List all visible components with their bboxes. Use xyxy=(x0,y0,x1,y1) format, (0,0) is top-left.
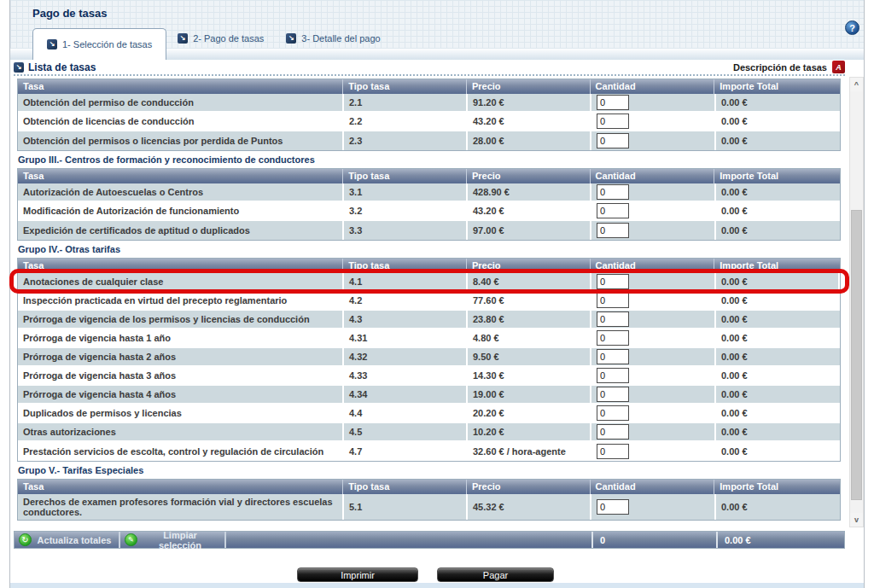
cantidad-cell xyxy=(591,329,716,346)
totals-bar: ↻ Actualiza totales ✎ Limpiar selección … xyxy=(14,531,845,549)
importe-total-cell: 0.00 € xyxy=(716,273,840,290)
column-header: Precio xyxy=(467,169,591,183)
cantidad-input[interactable] xyxy=(597,114,629,129)
page-title: Pago de tasas xyxy=(32,7,107,20)
column-header: Tipo tasa xyxy=(343,480,467,494)
fee-table: TasaTipo tasaPrecioCantidadImporte Total… xyxy=(17,79,841,151)
column-header: Importe Total xyxy=(714,480,840,494)
tipo-tasa-cell: 2.3 xyxy=(344,131,468,150)
importe-total-cell: 0.00 € xyxy=(716,494,840,520)
tasa-cell: Autorización de Autoescuelas o Centros xyxy=(18,183,344,201)
cantidad-input[interactable] xyxy=(597,444,629,459)
tasa-cell: Prórroga de vigencia de los permisos y l… xyxy=(18,311,344,328)
precio-cell: 14.30 € xyxy=(468,367,591,384)
cantidad-input[interactable] xyxy=(597,95,629,110)
tipo-tasa-cell: 4.4 xyxy=(344,405,468,422)
bottom-strip xyxy=(10,583,864,588)
cantidad-input[interactable] xyxy=(597,499,629,515)
fee-row: Expedición de certificados de aptitud o … xyxy=(18,221,840,240)
importe-total-cell: 0.00 € xyxy=(716,423,840,440)
cantidad-input[interactable] xyxy=(597,349,629,364)
cantidad-input[interactable] xyxy=(597,274,629,289)
cantidad-input[interactable] xyxy=(597,293,629,308)
precio-cell: 4.80 € xyxy=(468,329,591,346)
cantidad-total: 0 xyxy=(593,532,605,548)
column-header: Tasa xyxy=(18,79,343,94)
cantidad-input[interactable] xyxy=(597,387,629,402)
fee-row: Prórroga de vigencia de los permisos y l… xyxy=(18,311,840,329)
scroll-down-arrow-icon[interactable]: v xyxy=(850,513,863,527)
scrollbar-thumb[interactable] xyxy=(851,210,862,500)
pagar-button[interactable]: Pagar xyxy=(437,568,554,582)
column-header: Cantidad xyxy=(591,259,715,273)
fee-tables: TasaTipo tasaPrecioCantidadImporte Total… xyxy=(17,79,841,523)
cantidad-input[interactable] xyxy=(597,184,629,200)
importe-total-cell: 0.00 € xyxy=(716,442,840,461)
precio-cell: 43.20 € xyxy=(468,202,591,219)
cantidad-input[interactable] xyxy=(597,223,629,238)
precio-cell: 9.50 € xyxy=(468,348,591,365)
cantidad-input[interactable] xyxy=(597,405,629,421)
list-section-title: Lista de tasas xyxy=(28,61,96,73)
tasa-cell: Anotaciones de cualquier clase xyxy=(18,273,344,290)
cantidad-cell xyxy=(591,494,716,520)
refresh-icon: ↻ xyxy=(19,533,32,546)
cantidad-cell xyxy=(591,367,716,384)
tipo-tasa-cell: 4.33 xyxy=(344,367,468,384)
cantidad-cell xyxy=(591,273,716,290)
cantidad-input[interactable] xyxy=(597,203,629,218)
limpiar-seleccion-button[interactable]: ✎ Limpiar selección xyxy=(120,532,226,548)
precio-cell: 10.20 € xyxy=(468,423,591,440)
tipo-tasa-cell: 2.2 xyxy=(344,113,468,130)
precio-cell: 45.32 € xyxy=(468,494,591,520)
tipo-tasa-cell: 4.32 xyxy=(344,348,468,365)
tab-arrow-icon: ↘ xyxy=(47,39,57,49)
column-header: Tasa xyxy=(18,169,343,183)
tab-pago-de-tasas[interactable]: ↘ 2- Pago de tasas xyxy=(166,28,275,49)
tasa-cell: Obtención del permisos o licencias por p… xyxy=(18,131,344,150)
precio-cell: 28.00 € xyxy=(468,131,591,150)
tasa-cell: Inspección practicada en virtud del prec… xyxy=(18,292,344,309)
fee-row: Modificación de Autorización de funciona… xyxy=(18,202,840,221)
cantidad-input[interactable] xyxy=(597,133,629,148)
tasa-cell: Prórroga de vigencia hasta 3 años xyxy=(18,367,344,384)
importe-total-cell: 0.00 € xyxy=(716,405,840,422)
tab-detalle-del-pago[interactable]: ↘ 3- Detalle del pago xyxy=(275,28,391,49)
actualiza-totales-button[interactable]: ↻ Actualiza totales xyxy=(15,532,120,548)
precio-cell: 97.00 € xyxy=(468,221,591,240)
fee-table-header-row: TasaTipo tasaPrecioCantidadImporte Total xyxy=(18,79,840,94)
cantidad-input[interactable] xyxy=(597,424,629,440)
fee-row: Prórroga de vigencia hasta 4 años4.3419.… xyxy=(18,386,840,405)
cantidad-cell xyxy=(591,221,716,240)
list-section-header: ↘ Lista de tasas Descripción de tasas A xyxy=(14,61,845,76)
cantidad-cell xyxy=(591,386,716,403)
tab-seleccion-de-tasas[interactable]: ↘ 1- Selección de tasas xyxy=(32,28,166,60)
tab-bar: ↘ 1- Selección de tasas ↘ 2- Pago de tas… xyxy=(32,28,392,60)
description-de-tasas-link[interactable]: Descripción de tasas xyxy=(733,62,827,73)
importe-total-cell: 0.00 € xyxy=(716,386,840,403)
tasa-cell: Prórroga de vigencia hasta 4 años xyxy=(18,386,344,403)
importe-total-cell: 0.00 € xyxy=(716,202,840,219)
help-icon[interactable]: ? xyxy=(845,20,859,35)
pdf-icon[interactable]: A xyxy=(832,61,845,73)
cantidad-cell xyxy=(591,348,716,365)
page: Pago de tasas ↘ 1- Selección de tasas ↘ … xyxy=(0,0,874,588)
precio-cell: 91.20 € xyxy=(468,94,591,111)
precio-cell: 77.60 € xyxy=(468,292,591,309)
imprimir-button[interactable]: Imprimir xyxy=(297,568,418,582)
fee-row: Anotaciones de cualquier clase4.18.40 €0… xyxy=(18,273,840,292)
tasa-cell: Expedición de certificados de aptitud o … xyxy=(18,221,344,240)
scrollbar[interactable]: ^ v xyxy=(849,77,864,527)
scroll-up-arrow-icon[interactable]: ^ xyxy=(850,78,863,91)
cantidad-cell xyxy=(591,442,716,461)
tipo-tasa-cell: 4.5 xyxy=(344,423,468,440)
tipo-tasa-cell: 4.1 xyxy=(344,273,468,290)
cantidad-input[interactable] xyxy=(597,311,629,327)
fee-table-header-row: TasaTipo tasaPrecioCantidadImporte Total xyxy=(18,169,840,183)
cantidad-input[interactable] xyxy=(597,330,629,346)
fee-row: Autorización de Autoescuelas o Centros3.… xyxy=(18,183,840,202)
tipo-tasa-cell: 2.1 xyxy=(344,94,468,111)
cantidad-input[interactable] xyxy=(597,368,629,383)
cantidad-cell xyxy=(591,113,716,130)
cantidad-cell xyxy=(591,405,716,422)
